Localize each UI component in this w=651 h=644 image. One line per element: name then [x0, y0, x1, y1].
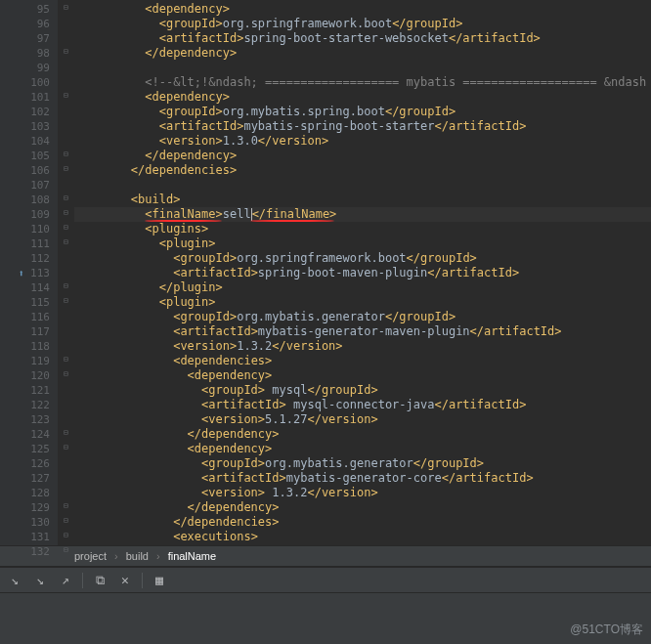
- code-line[interactable]: </dependencies>: [74, 163, 651, 178]
- code-line[interactable]: <finalName>sell</finalName>: [74, 207, 651, 222]
- toolbar-separator: [142, 573, 143, 588]
- fold-toggle-icon[interactable]: ⊟: [62, 545, 70, 554]
- code-line[interactable]: <artifactId> mysql-connector-java</artif…: [74, 398, 651, 412]
- breadcrumb[interactable]: project › build › finalName: [0, 545, 651, 567]
- xml-tag: <groupId>: [159, 105, 223, 118]
- line-number: 96: [0, 17, 50, 31]
- line-number: 102: [0, 105, 50, 119]
- breadcrumb-item[interactable]: build: [120, 550, 154, 562]
- code-line[interactable]: <version> 1.3.2</version>: [74, 486, 651, 500]
- code-line[interactable]: <groupId>org.springframework.boot</group…: [74, 17, 651, 31]
- fold-toggle-icon[interactable]: ⊟: [62, 193, 70, 202]
- code-line[interactable]: <artifactId>spring-boot-starter-websocke…: [74, 31, 651, 46]
- breadcrumb-separator: ›: [112, 550, 120, 562]
- code-line[interactable]: <plugins>: [74, 222, 651, 236]
- code-line[interactable]: <artifactId>mybatis-spring-boot-starter<…: [74, 119, 651, 134]
- code-line[interactable]: <version>1.3.2</version>: [74, 339, 651, 354]
- fold-toggle-icon[interactable]: ⊟: [62, 208, 70, 217]
- fold-toggle-icon[interactable]: ⊟: [62, 296, 70, 305]
- fold-toggle-icon[interactable]: ⊟: [62, 428, 70, 437]
- xml-text: 5.1.27: [265, 412, 307, 426]
- xml-tag: <artifactId>: [173, 324, 258, 338]
- xml-tag: <dependency>: [188, 442, 273, 455]
- code-line[interactable]: <dependency>: [74, 368, 651, 383]
- layout-icon[interactable]: ▦: [149, 570, 170, 591]
- fold-toggle-icon[interactable]: ⊟: [62, 164, 70, 173]
- line-number: 125: [0, 442, 50, 456]
- fold-toggle-icon[interactable]: ⊟: [62, 237, 70, 246]
- code-line[interactable]: </dependencies>: [74, 515, 651, 530]
- line-number: 114: [0, 280, 50, 295]
- code-line[interactable]: <groupId>org.springframework.boot</group…: [74, 251, 651, 266]
- import-down-icon[interactable]: ↘: [29, 570, 51, 591]
- code-line[interactable]: <groupId>org.mybatis.generator</groupId>: [74, 310, 651, 324]
- fold-toggle-icon[interactable]: ⊟: [62, 91, 70, 100]
- code-line[interactable]: <groupId> mysql</groupId>: [74, 383, 651, 398]
- fold-toggle-icon[interactable]: ⊟: [62, 443, 70, 451]
- xml-tag: </dependencies>: [173, 515, 279, 529]
- fold-toggle-icon[interactable]: ⊟: [62, 281, 70, 290]
- code-line[interactable]: </dependency>: [74, 149, 651, 163]
- delete-icon[interactable]: ✕: [114, 570, 136, 591]
- line-number: 130: [0, 515, 50, 530]
- xml-tag: <dependency>: [188, 368, 273, 382]
- code-line[interactable]: <execution>: [74, 544, 651, 545]
- code-line[interactable]: </dependency>: [74, 46, 651, 61]
- fold-toggle-icon[interactable]: ⊟: [62, 47, 70, 56]
- editor-area[interactable]: 9596979899100101102103104105106107108109…: [0, 0, 651, 545]
- code-line[interactable]: <plugin>: [74, 295, 651, 310]
- code-line[interactable]: <dependency>: [74, 442, 651, 456]
- code-line[interactable]: <artifactId>spring-boot-maven-plugin</ar…: [74, 266, 651, 280]
- line-number: 118: [0, 339, 50, 354]
- code-line[interactable]: </dependency>: [74, 427, 651, 442]
- xml-tag: </groupId>: [392, 17, 462, 30]
- xml-tag: </artifactId>: [470, 324, 562, 338]
- line-number: 109: [0, 207, 50, 222]
- code-line[interactable]: <groupId>org.mybatis.generator</groupId>: [74, 456, 651, 471]
- code-line[interactable]: <dependency>: [74, 90, 651, 105]
- code-line[interactable]: </plugin>: [74, 280, 651, 295]
- code-line[interactable]: <plugin>: [74, 236, 651, 251]
- breadcrumb-item[interactable]: project: [68, 550, 112, 562]
- fold-toggle-icon[interactable]: ⊟: [62, 223, 70, 232]
- code-content[interactable]: <dependency> <groupId>org.springframewor…: [74, 0, 651, 545]
- line-number: 120: [0, 368, 50, 383]
- line-number: 116: [0, 310, 50, 324]
- override-up-icon[interactable]: ⬆: [18, 268, 23, 279]
- xml-tag: </version>: [307, 412, 377, 426]
- fold-toggle-icon[interactable]: ⊟: [62, 150, 70, 158]
- xml-tag: </groupId>: [385, 105, 456, 118]
- code-line[interactable]: [74, 61, 651, 75]
- fold-toggle-icon[interactable]: ⊟: [62, 355, 70, 364]
- xml-tag: <groupId>: [201, 456, 265, 470]
- export-down-icon[interactable]: ↘: [4, 570, 25, 591]
- xml-text: mysql-connector-java: [286, 398, 435, 411]
- code-line[interactable]: <artifactId>mybatis-generator-maven-plug…: [74, 324, 651, 339]
- code-line[interactable]: [74, 178, 651, 193]
- xml-tag: <plugin>: [159, 236, 216, 250]
- code-line[interactable]: </dependency>: [74, 500, 651, 515]
- code-line[interactable]: <version>5.1.27</version>: [74, 412, 651, 427]
- code-line[interactable]: <executions>: [74, 530, 651, 544]
- copy-icon[interactable]: ⧉: [89, 570, 110, 591]
- code-line[interactable]: <artifactId>mybatis-generator-core</arti…: [74, 471, 651, 486]
- export-up-icon[interactable]: ↗: [55, 570, 76, 591]
- code-line[interactable]: <version>1.3.0</version>: [74, 134, 651, 149]
- xml-tag: </artifactId>: [442, 471, 534, 485]
- xml-text: mybatis-generator-maven-plugin: [258, 324, 470, 338]
- code-line[interactable]: <dependency>: [74, 2, 651, 17]
- fold-toggle-icon[interactable]: ⊟: [62, 516, 70, 525]
- fold-toggle-icon[interactable]: ⊟: [62, 501, 70, 510]
- toolbar-separator: [82, 573, 83, 588]
- code-line[interactable]: <build>💡: [74, 193, 651, 207]
- fold-toggle-icon[interactable]: ⊟: [62, 3, 70, 12]
- fold-toggle-icon[interactable]: ⊟: [62, 531, 70, 539]
- fold-column[interactable]: ⊟⊟⊟⊟⊟⊟⊟⊟⊟⊟⊟⊟⊟⊟⊟⊟⊟⊟⊟: [59, 0, 74, 545]
- fold-toggle-icon[interactable]: ⊟: [62, 369, 70, 378]
- xml-tag: </dependency>: [188, 500, 280, 514]
- breadcrumb-item-active[interactable]: finalName: [162, 550, 223, 562]
- code-line[interactable]: <!--&lt;!&ndash; =================== myb…: [74, 75, 651, 90]
- line-number: 128: [0, 486, 50, 500]
- code-line[interactable]: <groupId>org.mybatis.spring.boot</groupI…: [74, 105, 651, 119]
- code-line[interactable]: <dependencies>: [74, 354, 651, 368]
